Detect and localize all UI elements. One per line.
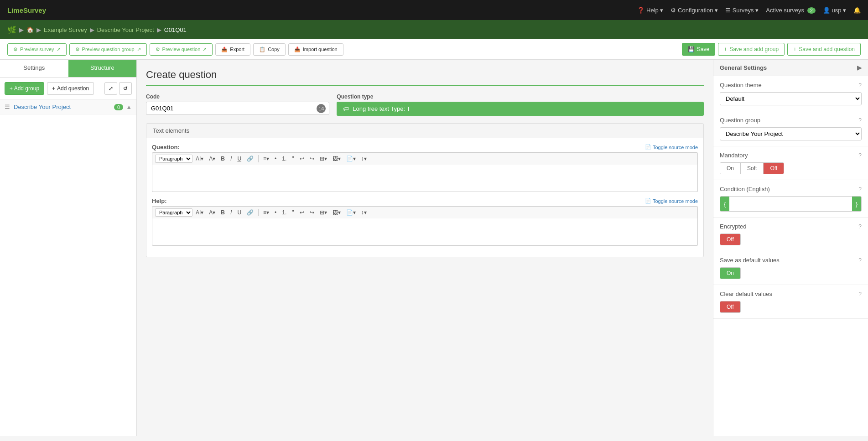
help-editor-label: Help: 📄 Toggle source mode bbox=[152, 197, 698, 204]
redo-btn-q[interactable]: ↪ bbox=[307, 155, 317, 163]
numbered-btn-h[interactable]: 1. bbox=[280, 208, 289, 217]
link-btn-q[interactable]: 🔗 bbox=[244, 155, 256, 163]
panel-expand-icon[interactable]: ▶ bbox=[857, 64, 862, 71]
preview-question-group-button[interactable]: ⚙ Preview question group ↗ bbox=[69, 43, 147, 56]
configuration-menu[interactable]: ⚙ Configuration ▾ bbox=[670, 7, 718, 14]
surveys-menu[interactable]: ☰ Surveys ▾ bbox=[725, 7, 759, 14]
import-button[interactable]: 📥 Import question bbox=[288, 43, 343, 56]
clear-default-toggle: Off bbox=[720, 301, 741, 313]
underline-btn-q[interactable]: U bbox=[235, 155, 244, 163]
ai-btn-h[interactable]: AI▾ bbox=[193, 208, 206, 217]
export-button[interactable]: 📤 Export bbox=[215, 43, 250, 56]
question-theme-select[interactable]: Default bbox=[720, 92, 862, 105]
question-group-select[interactable]: Describe Your Project bbox=[720, 127, 862, 140]
bold-btn-q[interactable]: B bbox=[218, 155, 227, 163]
mandatory-help-icon[interactable]: ? bbox=[858, 152, 862, 159]
extra-btn-h[interactable]: ↕▾ bbox=[359, 208, 369, 217]
qtype-button[interactable]: 🏷 Long free text Type: T bbox=[337, 102, 704, 116]
toggle-source-question[interactable]: 📄 Toggle source mode bbox=[645, 144, 698, 150]
redo-btn-h[interactable]: ↪ bbox=[307, 208, 317, 217]
mandatory-toggle: On Soft Off bbox=[720, 162, 784, 174]
sidebar-icon-rotate[interactable]: ↺ bbox=[119, 82, 132, 95]
structure-tab[interactable]: Structure bbox=[68, 60, 137, 77]
media-btn-q[interactable]: 🖼▾ bbox=[330, 155, 343, 163]
bullet-btn-h[interactable]: • bbox=[272, 208, 279, 217]
table-btn-q[interactable]: ⊞▾ bbox=[317, 155, 329, 163]
code-input[interactable] bbox=[146, 102, 329, 115]
align-btn-q[interactable]: ≡▾ bbox=[261, 155, 271, 163]
help-menu[interactable]: ❓ Help ▾ bbox=[637, 7, 663, 14]
breadcrumb-sep-2: ▶ bbox=[90, 26, 94, 33]
save-default-on-btn[interactable]: On bbox=[720, 268, 740, 279]
font-btn-q[interactable]: A▾ bbox=[207, 155, 218, 163]
condition-help-icon[interactable]: ? bbox=[858, 186, 862, 192]
table-btn-h[interactable]: ⊞▾ bbox=[317, 208, 329, 217]
mandatory-soft-btn[interactable]: Soft bbox=[741, 163, 764, 174]
encrypted-off-btn[interactable]: Off bbox=[720, 234, 740, 245]
source2-btn-q[interactable]: 📄▾ bbox=[344, 155, 358, 163]
paragraph-select-h[interactable]: Paragraph bbox=[155, 208, 192, 217]
sep1-q bbox=[258, 155, 259, 162]
encrypted-help-icon[interactable]: ? bbox=[858, 223, 862, 230]
quote-btn-h[interactable]: " bbox=[290, 208, 296, 217]
breadcrumb-sep-3: ▶ bbox=[157, 26, 161, 33]
settings-tab[interactable]: Settings bbox=[0, 60, 68, 77]
breadcrumb-group[interactable]: Describe Your Project bbox=[97, 26, 154, 33]
save-add-group-button[interactable]: + Save and add group bbox=[718, 43, 785, 56]
link-btn-h[interactable]: 🔗 bbox=[244, 208, 256, 217]
source2-btn-h[interactable]: 📄▾ bbox=[344, 208, 358, 217]
group-list-item[interactable]: ☰ Describe Your Project 0 ▲ bbox=[0, 100, 136, 114]
sidebar-icon-crosshair[interactable]: ⤢ bbox=[104, 82, 117, 95]
italic-btn-h[interactable]: I bbox=[228, 208, 234, 217]
media-btn-h[interactable]: 🖼▾ bbox=[330, 208, 343, 217]
clear-default-help-icon[interactable]: ? bbox=[858, 291, 862, 297]
sidebar-icon-group: ⤢ ↺ bbox=[104, 82, 132, 95]
encrypted-section: Encrypted ? Off bbox=[713, 218, 868, 251]
save-button[interactable]: 💾 Save bbox=[682, 43, 715, 56]
quote-btn-q[interactable]: " bbox=[290, 155, 296, 163]
toggle-source-help-icon: 📄 bbox=[645, 198, 651, 204]
copy-button[interactable]: 📋 Copy bbox=[253, 43, 286, 56]
encrypted-toggle: Off bbox=[720, 233, 741, 245]
mandatory-off-btn[interactable]: Off bbox=[764, 163, 784, 174]
help-editor-area[interactable] bbox=[152, 218, 698, 246]
extra-btn-q[interactable]: ↕▾ bbox=[359, 155, 369, 163]
underline-btn-h[interactable]: U bbox=[235, 208, 244, 217]
breadcrumb-survey[interactable]: Example Survey bbox=[44, 26, 87, 33]
italic-btn-q[interactable]: I bbox=[228, 155, 234, 163]
add-question-button[interactable]: + Add question bbox=[47, 82, 94, 95]
save-add-question-button[interactable]: + Save and add question bbox=[787, 43, 861, 56]
bullet-btn-q[interactable]: • bbox=[272, 155, 279, 163]
question-group-help-icon[interactable]: ? bbox=[858, 117, 862, 124]
question-theme-help-icon[interactable]: ? bbox=[858, 82, 862, 88]
preview-survey-button[interactable]: ⚙ Preview survey ↗ bbox=[7, 43, 67, 56]
question-editor-area[interactable] bbox=[152, 165, 698, 192]
paragraph-select-q[interactable]: Paragraph bbox=[155, 155, 192, 163]
font-btn-h[interactable]: A▾ bbox=[207, 208, 218, 217]
condition-input-wrap: { } bbox=[720, 196, 862, 212]
save-default-section: Save as default values ? On bbox=[713, 251, 868, 285]
toggle-source-help[interactable]: 📄 Toggle source mode bbox=[645, 198, 698, 204]
active-surveys-link[interactable]: Active surveys 2 bbox=[766, 7, 816, 14]
save-default-help-icon[interactable]: ? bbox=[858, 257, 862, 264]
numbered-btn-q[interactable]: 1. bbox=[280, 155, 289, 163]
clear-default-off-btn[interactable]: Off bbox=[720, 301, 740, 312]
ai-btn-q[interactable]: AI▾ bbox=[193, 155, 206, 163]
notification-bell[interactable]: 🔔 bbox=[853, 7, 861, 14]
bold-btn-h[interactable]: B bbox=[218, 208, 227, 217]
user-menu[interactable]: 👤 usp ▾ bbox=[823, 7, 846, 14]
mandatory-on-btn[interactable]: On bbox=[720, 163, 741, 174]
breadcrumb-home[interactable]: 🏠 bbox=[26, 26, 34, 33]
undo-btn-q[interactable]: ↩ bbox=[297, 155, 307, 163]
page-title: Create question bbox=[146, 69, 704, 86]
toggle-source-icon: 📄 bbox=[645, 144, 651, 150]
condition-field[interactable] bbox=[729, 197, 852, 211]
question-group-section: Question group ? Describe Your Project bbox=[713, 111, 868, 146]
align-btn-h[interactable]: ≡▾ bbox=[261, 208, 271, 217]
condition-section: Condition (English) ? { } bbox=[713, 180, 868, 218]
undo-btn-h[interactable]: ↩ bbox=[297, 208, 307, 217]
brand-logo[interactable]: LimeSurvey bbox=[7, 6, 46, 14]
add-group-button[interactable]: + Add group bbox=[5, 82, 44, 95]
preview-question-button[interactable]: ⚙ Preview question ↗ bbox=[150, 43, 213, 56]
breadcrumb: 🌿 ▶ 🏠 ▶ Example Survey ▶ Describe Your P… bbox=[0, 20, 868, 39]
